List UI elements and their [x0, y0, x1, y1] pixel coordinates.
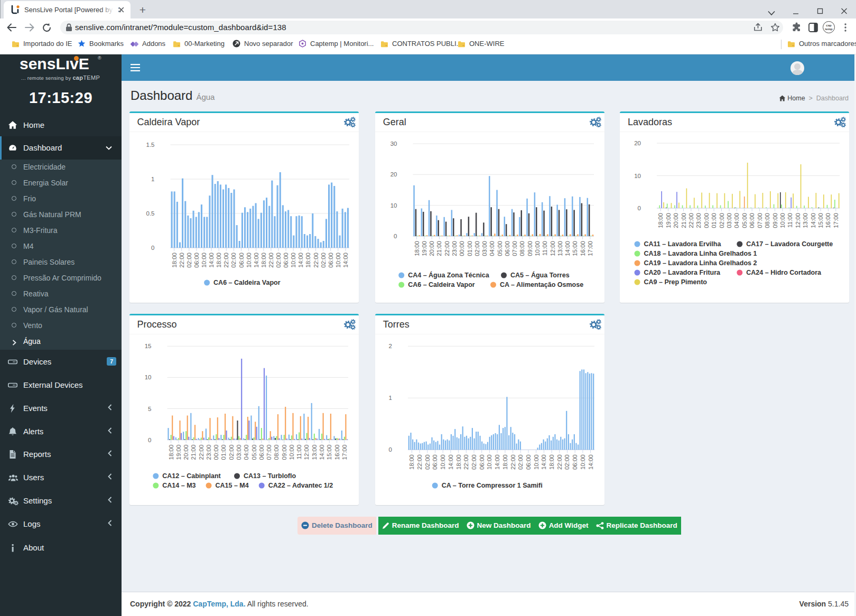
svg-text:16:00: 16:00 [579, 241, 585, 256]
svg-text:CA18 – Lavadora Linha Grelhado: CA18 – Lavadora Linha Grelhados 1 [644, 250, 757, 257]
svg-text:03:00: 03:00 [236, 445, 242, 460]
svg-text:02:00: 02:00 [474, 241, 480, 256]
svg-text:17:00: 17:00 [341, 445, 347, 460]
svg-text:18:00: 18:00 [657, 213, 664, 228]
svg-text:10:00: 10:00 [486, 454, 492, 470]
svg-text:06:00: 06:00 [525, 454, 532, 470]
svg-text:15:00: 15:00 [572, 241, 578, 256]
svg-text:00:00: 00:00 [213, 445, 219, 460]
svg-text:13:00: 13:00 [311, 445, 317, 460]
svg-text:10:00: 10:00 [533, 454, 539, 470]
svg-text:02:00: 02:00 [424, 454, 431, 470]
svg-text:01:00: 01:00 [466, 241, 472, 256]
svg-text:03:00: 03:00 [481, 241, 488, 256]
svg-text:18:00: 18:00 [413, 241, 420, 256]
svg-text:14:00: 14:00 [587, 454, 593, 470]
svg-text:18:00: 18:00 [455, 454, 461, 470]
svg-text:07:00: 07:00 [511, 241, 518, 256]
svg-text:08:00: 08:00 [764, 213, 770, 228]
svg-text:10: 10 [390, 202, 397, 209]
svg-text:10:00: 10:00 [334, 253, 341, 268]
svg-text:1: 1 [388, 395, 392, 401]
svg-text:16:00: 16:00 [333, 445, 340, 460]
svg-text:5: 5 [148, 406, 151, 412]
svg-text:22:00: 22:00 [688, 213, 694, 228]
svg-text:14:00: 14:00 [448, 454, 454, 470]
svg-text:02:00: 02:00 [228, 445, 234, 460]
svg-text:22:00: 22:00 [223, 253, 229, 268]
svg-text:22:00: 22:00 [198, 445, 204, 460]
svg-text:22:00: 22:00 [463, 454, 469, 470]
svg-text:05:00: 05:00 [741, 213, 748, 228]
svg-text:06:00: 06:00 [238, 253, 244, 268]
svg-text:21:00: 21:00 [436, 241, 442, 256]
svg-text:23:00: 23:00 [695, 213, 702, 228]
svg-text:09:00: 09:00 [772, 213, 778, 228]
svg-text:02:00: 02:00 [517, 454, 524, 470]
svg-text:18:00: 18:00 [548, 454, 555, 470]
svg-text:15:00: 15:00 [817, 213, 824, 228]
svg-text:CA – Torre Compressor 1 Samifi: CA – Torre Compressor 1 Samifi [441, 482, 542, 489]
svg-text:04:00: 04:00 [733, 213, 740, 228]
svg-text:CA4 – Água Zona Técnica: CA4 – Água Zona Técnica [408, 271, 490, 279]
svg-text:09:00: 09:00 [281, 445, 287, 460]
svg-text:22:00: 22:00 [556, 454, 563, 470]
svg-text:22:00: 22:00 [443, 241, 450, 256]
svg-text:05:00: 05:00 [250, 445, 257, 460]
svg-text:14:00: 14:00 [208, 253, 215, 268]
svg-text:20: 20 [634, 140, 641, 146]
svg-text:13:00: 13:00 [557, 241, 563, 256]
svg-text:22:00: 22:00 [178, 253, 184, 268]
svg-text:09:00: 09:00 [526, 241, 533, 256]
svg-text:18:00: 18:00 [260, 253, 266, 268]
svg-text:CA9 – Prep Pimento: CA9 – Prep Pimento [644, 278, 708, 286]
svg-text:20:00: 20:00 [673, 213, 679, 228]
svg-text:21:00: 21:00 [681, 213, 687, 228]
svg-text:05:00: 05:00 [496, 241, 503, 256]
svg-text:18:00: 18:00 [408, 454, 415, 470]
svg-text:06:00: 06:00 [283, 253, 289, 268]
svg-text:18:00: 18:00 [502, 454, 508, 470]
svg-text:14:00: 14:00 [541, 454, 547, 470]
svg-text:CA – Alimentação Osmose: CA – Alimentação Osmose [500, 281, 583, 288]
svg-text:01:00: 01:00 [220, 445, 227, 460]
svg-text:02:00: 02:00 [230, 253, 237, 268]
svg-text:CA15 – M4: CA15 – M4 [215, 482, 248, 489]
svg-text:10:00: 10:00 [201, 253, 207, 268]
svg-text:18:00: 18:00 [171, 253, 177, 268]
svg-text:0: 0 [638, 205, 641, 211]
svg-text:06:00: 06:00 [258, 445, 264, 460]
svg-text:20:00: 20:00 [429, 241, 435, 256]
svg-text:CA5 – Água Torres: CA5 – Água Torres [510, 271, 570, 279]
svg-text:10:00: 10:00 [580, 454, 586, 470]
svg-text:00:00: 00:00 [703, 213, 710, 228]
svg-text:15: 15 [144, 343, 151, 349]
svg-text:19:00: 19:00 [175, 445, 181, 460]
svg-text:1.5: 1.5 [146, 142, 154, 148]
svg-text:10:00: 10:00 [289, 445, 295, 460]
svg-text:08:00: 08:00 [519, 241, 525, 256]
svg-text:11:00: 11:00 [542, 241, 548, 256]
svg-text:02:00: 02:00 [185, 253, 192, 268]
svg-text:07:00: 07:00 [266, 445, 272, 460]
svg-text:CA24 – Hidro Cortadora: CA24 – Hidro Cortadora [746, 269, 822, 276]
svg-text:14:00: 14:00 [342, 253, 348, 268]
svg-text:14:00: 14:00 [564, 241, 571, 256]
svg-text:0.5: 0.5 [146, 210, 154, 217]
svg-text:CA12 – Cabinplant: CA12 – Cabinplant [162, 472, 221, 480]
svg-text:10:00: 10:00 [245, 253, 252, 268]
svg-text:12:00: 12:00 [303, 445, 310, 460]
svg-text:10:00: 10:00 [779, 213, 786, 228]
svg-text:0: 0 [388, 446, 392, 453]
svg-text:10: 10 [144, 374, 151, 380]
svg-text:10: 10 [634, 173, 641, 179]
svg-text:13:00: 13:00 [802, 213, 808, 228]
svg-text:21:00: 21:00 [190, 445, 197, 460]
svg-text:14:00: 14:00 [319, 445, 325, 460]
svg-text:11:00: 11:00 [787, 213, 793, 228]
svg-text:CA13 – Turbloflo: CA13 – Turbloflo [244, 472, 296, 480]
svg-text:19:00: 19:00 [421, 241, 427, 256]
svg-text:CA14 – M3: CA14 – M3 [162, 482, 196, 489]
svg-text:2: 2 [388, 343, 392, 349]
svg-text:14:00: 14:00 [810, 213, 816, 228]
